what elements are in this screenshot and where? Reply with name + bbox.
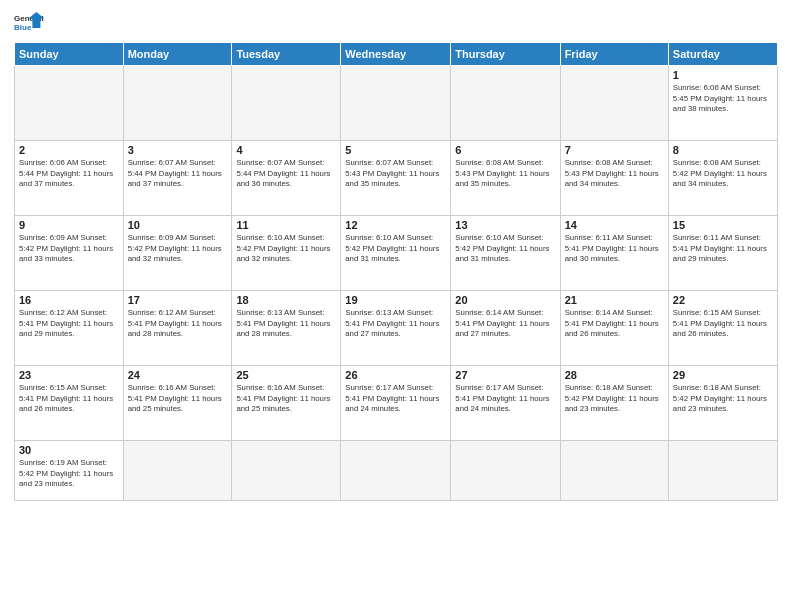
day-number: 16: [19, 294, 119, 306]
day-header-sunday: Sunday: [15, 43, 124, 66]
day-number: 27: [455, 369, 555, 381]
calendar-cell: 19Sunrise: 6:13 AM Sunset: 5:41 PM Dayli…: [341, 291, 451, 366]
calendar-cell: [123, 441, 232, 501]
calendar-week-row: 30Sunrise: 6:19 AM Sunset: 5:42 PM Dayli…: [15, 441, 778, 501]
day-number: 7: [565, 144, 664, 156]
calendar-week-row: 2Sunrise: 6:06 AM Sunset: 5:44 PM Daylig…: [15, 141, 778, 216]
day-info: Sunrise: 6:17 AM Sunset: 5:41 PM Dayligh…: [345, 383, 446, 415]
day-info: Sunrise: 6:10 AM Sunset: 5:42 PM Dayligh…: [455, 233, 555, 265]
day-number: 13: [455, 219, 555, 231]
day-info: Sunrise: 6:16 AM Sunset: 5:41 PM Dayligh…: [236, 383, 336, 415]
day-info: Sunrise: 6:19 AM Sunset: 5:42 PM Dayligh…: [19, 458, 119, 490]
calendar-cell: 30Sunrise: 6:19 AM Sunset: 5:42 PM Dayli…: [15, 441, 124, 501]
calendar-week-row: 1Sunrise: 6:06 AM Sunset: 5:45 PM Daylig…: [15, 66, 778, 141]
day-number: 11: [236, 219, 336, 231]
day-header-tuesday: Tuesday: [232, 43, 341, 66]
day-number: 28: [565, 369, 664, 381]
day-number: 21: [565, 294, 664, 306]
calendar-table: SundayMondayTuesdayWednesdayThursdayFrid…: [14, 42, 778, 501]
day-info: Sunrise: 6:07 AM Sunset: 5:43 PM Dayligh…: [345, 158, 446, 190]
calendar-cell: 12Sunrise: 6:10 AM Sunset: 5:42 PM Dayli…: [341, 216, 451, 291]
calendar-cell: 29Sunrise: 6:18 AM Sunset: 5:42 PM Dayli…: [668, 366, 777, 441]
svg-text:Blue: Blue: [14, 23, 32, 32]
day-info: Sunrise: 6:08 AM Sunset: 5:43 PM Dayligh…: [565, 158, 664, 190]
day-number: 1: [673, 69, 773, 81]
calendar-cell: 13Sunrise: 6:10 AM Sunset: 5:42 PM Dayli…: [451, 216, 560, 291]
calendar-cell: 18Sunrise: 6:13 AM Sunset: 5:41 PM Dayli…: [232, 291, 341, 366]
calendar-cell: 23Sunrise: 6:15 AM Sunset: 5:41 PM Dayli…: [15, 366, 124, 441]
calendar-cell: [560, 66, 668, 141]
calendar-cell: 25Sunrise: 6:16 AM Sunset: 5:41 PM Dayli…: [232, 366, 341, 441]
day-header-thursday: Thursday: [451, 43, 560, 66]
day-info: Sunrise: 6:12 AM Sunset: 5:41 PM Dayligh…: [128, 308, 228, 340]
day-info: Sunrise: 6:09 AM Sunset: 5:42 PM Dayligh…: [19, 233, 119, 265]
day-number: 26: [345, 369, 446, 381]
day-info: Sunrise: 6:11 AM Sunset: 5:41 PM Dayligh…: [673, 233, 773, 265]
calendar-cell: 2Sunrise: 6:06 AM Sunset: 5:44 PM Daylig…: [15, 141, 124, 216]
day-info: Sunrise: 6:06 AM Sunset: 5:45 PM Dayligh…: [673, 83, 773, 115]
calendar-header-row: SundayMondayTuesdayWednesdayThursdayFrid…: [15, 43, 778, 66]
calendar-cell: 27Sunrise: 6:17 AM Sunset: 5:41 PM Dayli…: [451, 366, 560, 441]
day-info: Sunrise: 6:13 AM Sunset: 5:41 PM Dayligh…: [236, 308, 336, 340]
day-number: 6: [455, 144, 555, 156]
day-number: 12: [345, 219, 446, 231]
day-info: Sunrise: 6:15 AM Sunset: 5:41 PM Dayligh…: [673, 308, 773, 340]
calendar-cell: 16Sunrise: 6:12 AM Sunset: 5:41 PM Dayli…: [15, 291, 124, 366]
day-number: 24: [128, 369, 228, 381]
calendar-cell: 17Sunrise: 6:12 AM Sunset: 5:41 PM Dayli…: [123, 291, 232, 366]
calendar-cell: 6Sunrise: 6:08 AM Sunset: 5:43 PM Daylig…: [451, 141, 560, 216]
calendar-cell: 1Sunrise: 6:06 AM Sunset: 5:45 PM Daylig…: [668, 66, 777, 141]
calendar-cell: [15, 66, 124, 141]
calendar-cell: 15Sunrise: 6:11 AM Sunset: 5:41 PM Dayli…: [668, 216, 777, 291]
day-number: 5: [345, 144, 446, 156]
header: General Blue: [14, 10, 778, 38]
calendar-cell: 22Sunrise: 6:15 AM Sunset: 5:41 PM Dayli…: [668, 291, 777, 366]
day-info: Sunrise: 6:15 AM Sunset: 5:41 PM Dayligh…: [19, 383, 119, 415]
day-number: 15: [673, 219, 773, 231]
day-number: 4: [236, 144, 336, 156]
day-number: 14: [565, 219, 664, 231]
day-info: Sunrise: 6:07 AM Sunset: 5:44 PM Dayligh…: [236, 158, 336, 190]
calendar-week-row: 16Sunrise: 6:12 AM Sunset: 5:41 PM Dayli…: [15, 291, 778, 366]
day-number: 30: [19, 444, 119, 456]
day-number: 22: [673, 294, 773, 306]
calendar-cell: 11Sunrise: 6:10 AM Sunset: 5:42 PM Dayli…: [232, 216, 341, 291]
day-number: 23: [19, 369, 119, 381]
calendar-cell: [232, 66, 341, 141]
calendar-cell: 8Sunrise: 6:08 AM Sunset: 5:42 PM Daylig…: [668, 141, 777, 216]
calendar-cell: 9Sunrise: 6:09 AM Sunset: 5:42 PM Daylig…: [15, 216, 124, 291]
day-info: Sunrise: 6:09 AM Sunset: 5:42 PM Dayligh…: [128, 233, 228, 265]
calendar-cell: [123, 66, 232, 141]
calendar-cell: 21Sunrise: 6:14 AM Sunset: 5:41 PM Dayli…: [560, 291, 668, 366]
calendar-cell: 10Sunrise: 6:09 AM Sunset: 5:42 PM Dayli…: [123, 216, 232, 291]
calendar-cell: 24Sunrise: 6:16 AM Sunset: 5:41 PM Dayli…: [123, 366, 232, 441]
day-info: Sunrise: 6:17 AM Sunset: 5:41 PM Dayligh…: [455, 383, 555, 415]
calendar-cell: 14Sunrise: 6:11 AM Sunset: 5:41 PM Dayli…: [560, 216, 668, 291]
day-info: Sunrise: 6:14 AM Sunset: 5:41 PM Dayligh…: [565, 308, 664, 340]
calendar-body: 1Sunrise: 6:06 AM Sunset: 5:45 PM Daylig…: [15, 66, 778, 501]
day-number: 17: [128, 294, 228, 306]
day-header-saturday: Saturday: [668, 43, 777, 66]
calendar-cell: 26Sunrise: 6:17 AM Sunset: 5:41 PM Dayli…: [341, 366, 451, 441]
calendar-cell: [560, 441, 668, 501]
day-number: 2: [19, 144, 119, 156]
day-number: 18: [236, 294, 336, 306]
day-info: Sunrise: 6:06 AM Sunset: 5:44 PM Dayligh…: [19, 158, 119, 190]
day-info: Sunrise: 6:10 AM Sunset: 5:42 PM Dayligh…: [236, 233, 336, 265]
calendar-cell: 4Sunrise: 6:07 AM Sunset: 5:44 PM Daylig…: [232, 141, 341, 216]
day-info: Sunrise: 6:12 AM Sunset: 5:41 PM Dayligh…: [19, 308, 119, 340]
calendar-cell: [232, 441, 341, 501]
day-number: 20: [455, 294, 555, 306]
day-number: 19: [345, 294, 446, 306]
day-info: Sunrise: 6:10 AM Sunset: 5:42 PM Dayligh…: [345, 233, 446, 265]
generalblue-icon: General Blue: [14, 10, 46, 38]
day-number: 8: [673, 144, 773, 156]
calendar-cell: 20Sunrise: 6:14 AM Sunset: 5:41 PM Dayli…: [451, 291, 560, 366]
day-info: Sunrise: 6:18 AM Sunset: 5:42 PM Dayligh…: [673, 383, 773, 415]
day-info: Sunrise: 6:08 AM Sunset: 5:42 PM Dayligh…: [673, 158, 773, 190]
day-info: Sunrise: 6:13 AM Sunset: 5:41 PM Dayligh…: [345, 308, 446, 340]
calendar-cell: [341, 66, 451, 141]
day-number: 9: [19, 219, 119, 231]
calendar-cell: 3Sunrise: 6:07 AM Sunset: 5:44 PM Daylig…: [123, 141, 232, 216]
day-info: Sunrise: 6:18 AM Sunset: 5:42 PM Dayligh…: [565, 383, 664, 415]
